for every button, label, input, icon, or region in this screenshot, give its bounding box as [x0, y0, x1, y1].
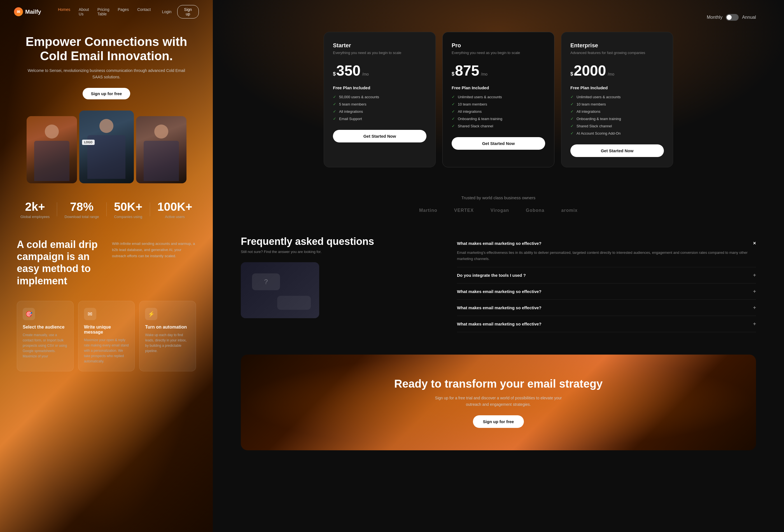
- stat-value-users: 100K+: [157, 200, 192, 213]
- brand-aromix: aromix: [561, 208, 578, 213]
- check-icon: ✓: [452, 109, 455, 114]
- faq-toggle-5[interactable]: +: [753, 321, 756, 327]
- plan-tagline-starter: Everything you need as you begin to scal…: [333, 50, 426, 55]
- starter-cta-button[interactable]: Get Started Now: [333, 130, 426, 143]
- stat-value-companies: 50K+: [114, 200, 142, 213]
- nav-pricing[interactable]: Pricing Table: [97, 7, 110, 16]
- automation-icon: ⚡: [145, 308, 157, 320]
- price-currency-starter: $: [333, 71, 336, 77]
- faq-toggle-4[interactable]: +: [753, 305, 756, 311]
- faq-item-2: Do you integrate the tools I used ? +: [457, 267, 756, 284]
- faq-question-1[interactable]: What makes email marketing so effective?…: [457, 240, 756, 246]
- pricing-toggle: Monthly Annual: [241, 14, 756, 21]
- trusted-title: Trusted by world class business owners: [241, 195, 756, 200]
- faq-toggle-2[interactable]: +: [753, 272, 756, 278]
- nav-about[interactable]: About Us: [79, 7, 89, 16]
- faq-item-1: What makes email marketing so effective?…: [457, 235, 756, 267]
- faq-question-2[interactable]: Do you integrate the tools I used ? +: [457, 272, 756, 278]
- faq-question-text-2: Do you integrate the tools I used ?: [457, 273, 526, 277]
- feature-text: Unlimited users & accounts: [577, 95, 621, 99]
- faq-answer-1: Email marketing's effectiveness lies in …: [457, 249, 756, 262]
- navbar: ✉ Mailfy Homes About Us Pricing Table Pa…: [0, 0, 213, 24]
- price-currency-pro: $: [452, 71, 454, 77]
- plan-label-pro: Free Plan Included: [452, 85, 545, 90]
- toggle-monthly[interactable]: Monthly: [707, 15, 722, 20]
- plan-feature: ✓ Unlimited users & accounts: [570, 95, 664, 99]
- cta-subtitle: Sign up for a free trial and discover a …: [428, 395, 568, 408]
- login-link[interactable]: Login: [162, 9, 171, 14]
- check-icon: ✓: [570, 131, 574, 136]
- feature-card-audience: 🎯 Select the audience Create manually, u…: [17, 301, 74, 372]
- campaign-title: A cold email drip campaign is an easy me…: [17, 238, 101, 287]
- feature-text: All integrations: [458, 110, 482, 114]
- pricing-card-pro: Pro Everything you need as you begin to …: [442, 32, 554, 167]
- faq-toggle-1[interactable]: ×: [753, 240, 756, 246]
- pricing-cards: Starter Everything you need as you begin…: [241, 32, 756, 167]
- faq-title: Frequently asked questions: [241, 235, 440, 247]
- toggle-switch[interactable]: [726, 14, 739, 21]
- person-head-2: [100, 119, 113, 133]
- logo[interactable]: ✉ Mailfy: [14, 7, 41, 16]
- plan-price-enterprise: $ 2000 /mo: [570, 62, 664, 80]
- hero-image-right: [136, 116, 187, 183]
- feature-text: All integrations: [577, 110, 600, 114]
- pro-cta-button[interactable]: Get Started Now: [452, 137, 545, 150]
- stat-users: 100K+ Active users: [157, 200, 192, 219]
- hero-images: LOGO: [0, 105, 213, 183]
- nav-links: Homes About Us Pricing Table Pages Conta…: [58, 7, 151, 16]
- nav-pages[interactable]: Pages: [118, 7, 129, 16]
- plan-feature: ✓ 10 team members: [452, 102, 545, 106]
- hero-title: Empower Connections with Cold Email Inno…: [22, 35, 190, 63]
- signup-button[interactable]: Sign up: [177, 5, 199, 19]
- faq-chat-bubble-1: ?: [252, 273, 280, 290]
- faq-section: Frequently asked questions Still not sur…: [213, 224, 784, 344]
- stat-label-employees: Global employees: [21, 215, 50, 219]
- enterprise-cta-button[interactable]: Get Started Now: [570, 144, 664, 157]
- feature-text: Shared Slack channel: [577, 124, 612, 128]
- person-body-1: [34, 141, 69, 181]
- person-head-1: [45, 124, 59, 139]
- price-period-starter: /mo: [362, 72, 369, 77]
- pricing-card-starter: Starter Everything you need as you begin…: [324, 32, 436, 167]
- plan-feature: ✓ AI Account Scoring Add-On: [570, 131, 664, 136]
- feature-text: Shared Slack channel: [458, 124, 493, 128]
- feature-text: 10 team members: [577, 102, 606, 106]
- check-icon: ✓: [452, 116, 455, 121]
- check-icon: ✓: [333, 109, 336, 114]
- plan-label-enterprise: Free Plan Included: [570, 85, 664, 90]
- price-period-pro: /mo: [481, 72, 487, 77]
- feature-card-message: ✉ Write unique message Maximize your ope…: [78, 301, 135, 372]
- plan-feature: ✓ Shared Slack channel: [570, 124, 664, 128]
- faq-question-text-5: What makes email marketing so effective?: [457, 322, 541, 326]
- feature-text: 10 team members: [458, 102, 487, 106]
- plan-feature: ✓ 5 team members: [333, 102, 426, 106]
- check-icon: ✓: [570, 102, 574, 106]
- nav-contact[interactable]: Contact: [137, 7, 151, 16]
- check-icon: ✓: [333, 102, 336, 106]
- trusted-section: Trusted by world class business owners M…: [213, 184, 784, 224]
- plan-feature: ✓ 10 team members: [570, 102, 664, 106]
- faq-toggle-3[interactable]: +: [753, 289, 756, 294]
- check-icon: ✓: [570, 95, 574, 99]
- pricing-section: Monthly Annual Starter Everything you ne…: [213, 0, 784, 184]
- faq-question-3[interactable]: What makes email marketing so effective?…: [457, 289, 756, 294]
- pricing-card-enterprise: Enterprise Advanced features for fast gr…: [561, 32, 673, 167]
- feature-text: Unlimited users & accounts: [458, 95, 502, 99]
- check-icon: ✓: [333, 95, 336, 99]
- feature-text: 50,000 users & accounts: [339, 95, 379, 99]
- check-icon: ✓: [452, 124, 455, 128]
- hero-subtitle: Welcome to Sensei, revolutionizing busin…: [22, 67, 190, 80]
- stat-employees: 2k+ Global employees: [21, 200, 50, 219]
- brand-virogan: Virogan: [491, 208, 509, 213]
- stats-section: 2k+ Global employees 78% Download total …: [0, 189, 213, 230]
- hero-cta-button[interactable]: Sign up for free: [83, 88, 131, 99]
- toggle-annual[interactable]: Annual: [742, 15, 756, 20]
- plan-features-enterprise: ✓ Unlimited users & accounts ✓ 10 team m…: [570, 95, 664, 136]
- faq-question-4[interactable]: What makes email marketing so effective?…: [457, 305, 756, 311]
- nav-homes[interactable]: Homes: [58, 7, 70, 16]
- plan-name-pro: Pro: [452, 42, 545, 49]
- plan-features-starter: ✓ 50,000 users & accounts ✓ 5 team membe…: [333, 95, 426, 121]
- cta-button[interactable]: Sign up for free: [473, 415, 524, 428]
- faq-question-5[interactable]: What makes email marketing so effective?…: [457, 321, 756, 327]
- stat-divider-3: [150, 202, 150, 216]
